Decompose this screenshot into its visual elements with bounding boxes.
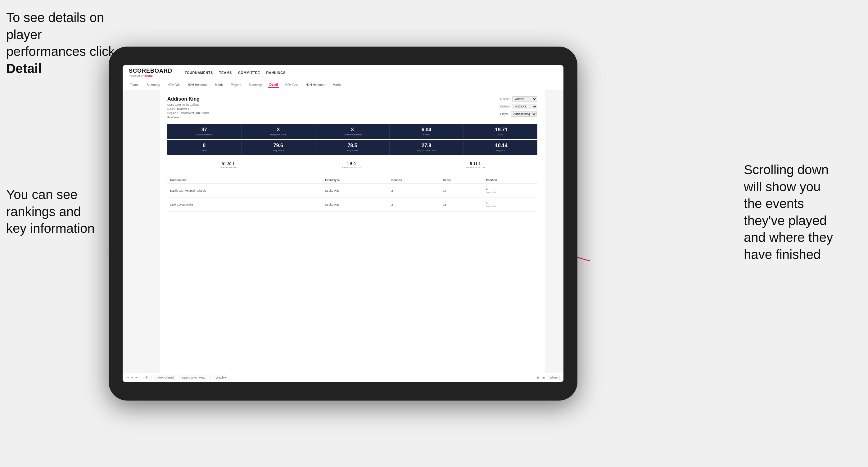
save-custom-view-button[interactable]: Save Custom View (179, 375, 207, 380)
bottom-toolbar: ↩ ↪ ⟳ ⟨ - ⏱ View: Original Save Custom V… (123, 373, 563, 382)
nav-committee[interactable]: COMMITTEE (238, 69, 260, 76)
player-name: Addison King (167, 96, 209, 102)
tournament-table: Tournament Event Type Rounds Score Posit… (167, 177, 537, 212)
tournament-rounds-2: 2 (389, 198, 441, 212)
subnav-h2h-grid2[interactable]: H2H Grid (284, 82, 300, 88)
annotation-text-top: To see details on player performances cl… (6, 10, 115, 59)
redo-icon[interactable]: ↪ (131, 376, 133, 379)
stat-regional-rank-label: Regional Rank (244, 133, 313, 136)
record-top50-value: 5-11-1 (466, 162, 485, 166)
annotation-top-left: To see details on player performances cl… (6, 9, 124, 77)
player-info: Addison King Mesa Community College NJCA… (167, 96, 209, 120)
tablet-screen: SCOREBOARD Powered by clippd TOURNAMENTS… (123, 65, 563, 382)
stat-conference-rank-value: 3 (318, 127, 387, 132)
subnav-h2h-grid[interactable]: H2H Grid (166, 82, 182, 88)
stat-conference-rank-label: Conference Rank (318, 133, 387, 136)
record-overall: 91-20-1 Overall Record (220, 162, 237, 169)
nav-back-icon[interactable]: ⟨ (140, 376, 141, 379)
player-filter-row: Player Addison King (500, 111, 537, 117)
player-region: Region 1 - Southwest (18) District (167, 111, 209, 116)
annotation-bl-1: You can see (6, 187, 78, 202)
record-overall-label: Overall Record (220, 166, 237, 169)
stat-national-rank-value: 37 (170, 127, 239, 132)
annotation-r-2: will show you (744, 180, 820, 194)
stats-row-1: 37 National Rank 3 Regional Rank 3 Confe… (167, 124, 537, 139)
view-original-button[interactable]: View: Original (155, 375, 176, 380)
table-row: Estella CC- Mountain Classic Stroke Play… (167, 184, 537, 198)
subnav-detail[interactable]: Detail (268, 82, 279, 88)
col-empty (306, 177, 322, 184)
main-nav: TOURNAMENTS TEAMS COMMITTEE RANKINGS (185, 69, 286, 76)
col-position: Position (484, 177, 538, 184)
stat-adj-score-value: 78.5 (318, 143, 387, 148)
toolbar-divider-1 (151, 375, 152, 380)
division-label: Division (500, 105, 510, 108)
tablet: SCOREBOARD Powered by clippd TOURNAMENTS… (108, 46, 578, 401)
subnav-players[interactable]: Players (230, 82, 243, 88)
device-icon: 🖥 (536, 376, 539, 379)
stat-points-value: 6.04 (392, 127, 461, 132)
subnav-summary[interactable]: Summary (145, 82, 161, 88)
refresh-icon[interactable]: ⟳ (135, 376, 137, 379)
subnav-teams[interactable]: Teams (129, 82, 140, 88)
stat-conference-rank: 3 Conference Rank (315, 124, 390, 139)
col-score: Score (440, 177, 483, 184)
player-label: Player (500, 113, 508, 116)
tournament-empty-2 (306, 198, 322, 212)
top-nav: SCOREBOARD Powered by clippd TOURNAMENTS… (123, 65, 563, 80)
subnav-h2h-heatmap[interactable]: H2H Heatmap (187, 82, 209, 88)
player-college: Mesa Community College (167, 103, 209, 107)
stat-adj-score: 78.5 Adj Score (315, 140, 390, 155)
watch-button[interactable]: Watch ▾ (214, 375, 228, 380)
nav-tournaments[interactable]: TOURNAMENTS (185, 69, 213, 76)
stat-avg-score-par: 27.8 Avg Score to Par (390, 140, 464, 155)
undo-icon[interactable]: ↩ (126, 376, 129, 379)
tournament-rounds-1: 2 (389, 184, 441, 198)
records-row: 91-20-1 Overall Record 1-5-0 Record vs t… (167, 159, 537, 172)
toolbar-divider-2 (210, 375, 211, 380)
division-filter-row: Division NJCAA I (500, 104, 537, 109)
stat-points-label: Points (392, 133, 461, 136)
subnav-matrix2[interactable]: Matrix (332, 82, 342, 88)
logo-powered: Powered by clippd (129, 74, 172, 77)
player-select[interactable]: Addison King (511, 111, 537, 117)
gender-filter-row: Gender Women (500, 96, 537, 102)
stats-row-2: 0 Wins 79.6 Avg Score 78.5 Adj Score 27.… (167, 140, 537, 155)
table-row: Lady Coyote Invite Stroke Play 2 16 7out… (167, 198, 537, 212)
stat-avg-sg-label: Avg SG (466, 149, 535, 152)
logo-powered-text: Powered by (129, 74, 144, 77)
stat-regional-rank-value: 3 (244, 127, 313, 132)
gender-select[interactable]: Women (512, 96, 537, 102)
record-top50: 5-11-1 Record vs top 50 (466, 162, 485, 169)
stat-regional-rank: 3 Regional Rank (242, 124, 316, 139)
division-select[interactable]: NJCAA I (513, 104, 537, 109)
subnav-summary2[interactable]: Summary (247, 82, 263, 88)
record-top50-label: Record vs top 50 (466, 166, 485, 169)
tournament-score-2: 16 (440, 198, 483, 212)
nav-teams[interactable]: TEAMS (219, 69, 232, 76)
tournament-type-2: Stroke Play (322, 198, 389, 212)
share-button[interactable]: Share (548, 375, 560, 380)
record-top25-label: Record vs top 25 (342, 166, 361, 169)
player-division: NJCAA Division 1 (167, 107, 209, 112)
player-year: First Year (167, 116, 209, 120)
stat-avg-score-value: 79.6 (244, 143, 313, 148)
stat-avg-sg-value: -10.14 (466, 143, 535, 148)
main-panel: Addison King Mesa Community College NJCA… (160, 90, 545, 373)
record-overall-value: 91-20-1 (220, 162, 237, 166)
subnav-matrix[interactable]: Matrix (214, 82, 224, 88)
record-top25: 1-5-0 Record vs top 25 (342, 162, 361, 169)
logo-scoreboard: SCOREBOARD (129, 68, 172, 74)
logo-brand: clippd (144, 74, 153, 77)
stat-national-rank-label: National Rank (170, 133, 239, 136)
col-tournament: Tournament (167, 177, 306, 184)
stat-national-rank: 37 National Rank (167, 124, 242, 139)
record-top25-value: 1-5-0 (342, 162, 361, 166)
stat-sos-label: SoS (466, 133, 535, 136)
player-header: Addison King Mesa Community College NJCA… (167, 96, 537, 120)
player-filters: Gender Women Division NJCAA I (500, 96, 537, 117)
logo-area: SCOREBOARD Powered by clippd (129, 68, 172, 77)
nav-rankings[interactable]: RANKINGS (266, 69, 286, 76)
tournament-score-1: 17 (440, 184, 483, 198)
subnav-h2h-heatmap2[interactable]: H2H Heatmap (305, 82, 327, 88)
